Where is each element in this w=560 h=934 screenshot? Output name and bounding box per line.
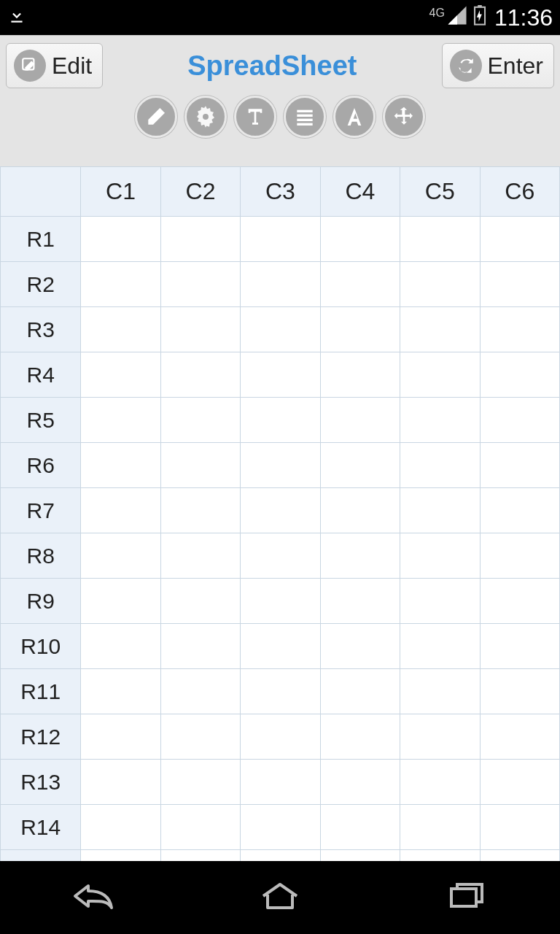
cell[interactable] [241, 624, 320, 669]
cell[interactable] [81, 669, 160, 714]
back-button[interactable] [68, 879, 119, 916]
row-header[interactable]: R1 [1, 217, 81, 262]
cell[interactable] [400, 714, 480, 760]
column-header[interactable]: C1 [81, 167, 160, 217]
row-header[interactable]: R7 [1, 488, 81, 533]
cell[interactable] [81, 850, 160, 862]
cell[interactable] [241, 262, 320, 307]
cell[interactable] [81, 805, 160, 850]
spreadsheet-grid[interactable]: C1 C2 C3 C4 C5 C6 R1R2R3R4R5R6R7R8R9R10R… [0, 166, 560, 861]
column-header[interactable]: C4 [320, 167, 400, 217]
cell[interactable] [480, 714, 559, 760]
cell[interactable] [241, 352, 320, 398]
edit-button[interactable]: Edit [6, 43, 103, 88]
cell[interactable] [480, 262, 559, 307]
cell[interactable] [241, 805, 320, 850]
cell[interactable] [480, 398, 559, 443]
row-header[interactable]: R13 [1, 760, 81, 805]
cell[interactable] [81, 443, 160, 488]
cell[interactable] [320, 217, 400, 262]
cell[interactable] [241, 579, 320, 624]
cell[interactable] [160, 443, 240, 488]
row-header[interactable]: R4 [1, 352, 81, 398]
cell[interactable] [160, 488, 240, 533]
row-header[interactable]: R8 [1, 533, 81, 579]
cell[interactable] [81, 398, 160, 443]
cell[interactable] [160, 760, 240, 805]
cell[interactable] [400, 760, 480, 805]
cell[interactable] [320, 760, 400, 805]
lines-icon[interactable] [284, 96, 326, 138]
cell[interactable] [241, 217, 320, 262]
cell[interactable] [320, 579, 400, 624]
spreadsheet-area[interactable]: C1 C2 C3 C4 C5 C6 R1R2R3R4R5R6R7R8R9R10R… [0, 166, 560, 861]
row-header[interactable]: R2 [1, 262, 81, 307]
cell[interactable] [320, 307, 400, 352]
column-header[interactable]: C6 [480, 167, 559, 217]
cell[interactable] [400, 533, 480, 579]
home-button[interactable] [254, 879, 306, 916]
cell[interactable] [160, 579, 240, 624]
cell[interactable] [81, 262, 160, 307]
cell[interactable] [81, 217, 160, 262]
cell[interactable] [480, 579, 559, 624]
font-icon[interactable] [333, 96, 376, 138]
cell[interactable] [400, 398, 480, 443]
cell[interactable] [81, 579, 160, 624]
cell[interactable] [320, 262, 400, 307]
cell[interactable] [400, 579, 480, 624]
column-header[interactable]: C2 [160, 167, 240, 217]
row-header[interactable]: R10 [1, 624, 81, 669]
cell[interactable] [160, 262, 240, 307]
cell[interactable] [81, 624, 160, 669]
cell[interactable] [480, 760, 559, 805]
cell[interactable] [400, 352, 480, 398]
cell[interactable] [81, 533, 160, 579]
cell[interactable] [400, 443, 480, 488]
cell[interactable] [400, 307, 480, 352]
cell[interactable] [320, 850, 400, 862]
cell[interactable] [81, 714, 160, 760]
cell[interactable] [480, 217, 559, 262]
cell[interactable] [160, 805, 240, 850]
cell[interactable] [81, 488, 160, 533]
row-header[interactable]: R6 [1, 443, 81, 488]
column-header[interactable]: C3 [241, 167, 320, 217]
cell[interactable] [241, 669, 320, 714]
cell[interactable] [160, 669, 240, 714]
settings-icon[interactable] [184, 96, 227, 138]
cell[interactable] [320, 624, 400, 669]
enter-button[interactable]: Enter [442, 43, 554, 88]
cell[interactable] [241, 760, 320, 805]
cell[interactable] [160, 624, 240, 669]
cell[interactable] [480, 352, 559, 398]
row-header[interactable]: R5 [1, 398, 81, 443]
cell[interactable] [480, 533, 559, 579]
cell[interactable] [241, 533, 320, 579]
corner-cell[interactable] [1, 167, 81, 217]
cell[interactable] [400, 850, 480, 862]
cell[interactable] [81, 352, 160, 398]
cell[interactable] [320, 669, 400, 714]
cell[interactable] [241, 714, 320, 760]
recent-apps-button[interactable] [441, 879, 492, 916]
cell[interactable] [320, 352, 400, 398]
cell[interactable] [160, 850, 240, 862]
cell[interactable] [480, 805, 559, 850]
erase-icon[interactable] [135, 96, 177, 138]
row-header[interactable] [1, 850, 81, 862]
cell[interactable] [320, 443, 400, 488]
cell[interactable] [241, 850, 320, 862]
cell[interactable] [160, 714, 240, 760]
cell[interactable] [160, 398, 240, 443]
cell[interactable] [480, 624, 559, 669]
cell[interactable] [160, 533, 240, 579]
cell[interactable] [160, 307, 240, 352]
cell[interactable] [241, 307, 320, 352]
cell[interactable] [480, 850, 559, 862]
row-header[interactable]: R11 [1, 669, 81, 714]
cell[interactable] [320, 398, 400, 443]
cell[interactable] [400, 805, 480, 850]
cell[interactable] [320, 714, 400, 760]
cell[interactable] [400, 217, 480, 262]
